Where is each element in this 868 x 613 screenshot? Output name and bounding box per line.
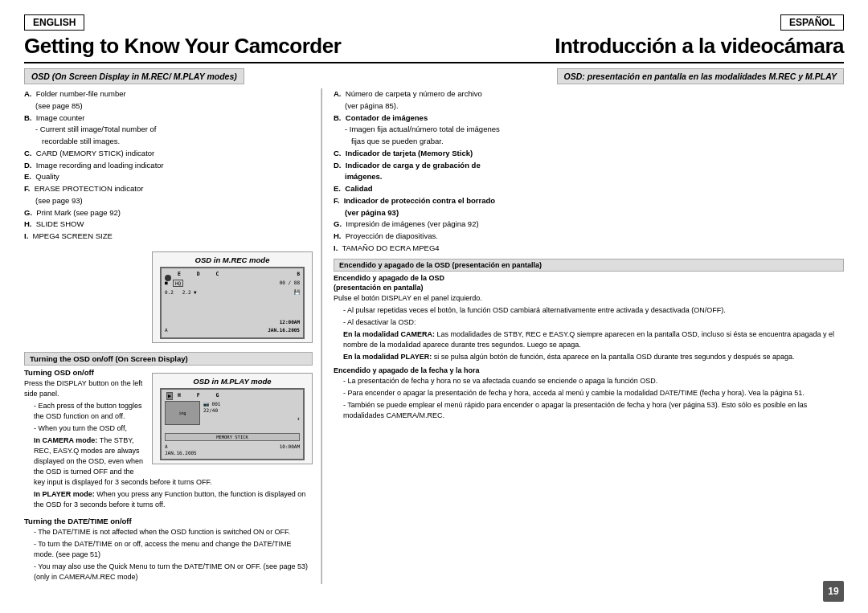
main-content: A. Folder number-file number (see page 8… — [24, 88, 844, 584]
date-bullet-2: - To turn the DATE/TIME on or off, acces… — [34, 539, 313, 560]
osd-player-label: In PLAYER mode: — [34, 490, 96, 498]
date-bullet-3: - You may also use the Quick Menu to tur… — [34, 562, 313, 582]
mplay-display: H F G ▶ img 📷 001 22/40 ↕ MEMORY STICK A… — [162, 390, 303, 459]
osd-toggle-body-es: Pulse el botón DISPLAY en el panel izqui… — [334, 293, 844, 304]
osd-player-para: In PLAYER mode: When you press any Funct… — [34, 489, 313, 510]
date-es-bullet-3: - También se puede emplear el menú rápid… — [343, 400, 844, 421]
osd-onoff-header-text: Turning the OSD on/off (On Screen Displa… — [30, 354, 188, 363]
osd-player-es: En la modalidad PLAYER: si se pulsa algú… — [343, 352, 844, 362]
date-time-title-es: Encendido y apagado de la fecha y la hor… — [334, 366, 844, 374]
osd-mplay-label: OSD in M.PLAY mode — [158, 377, 307, 386]
osd-toggle-title-es: Encendido y apagado de la OSD — [334, 274, 844, 282]
osd-es-bullet-2: - Al desactivar la OSD: — [343, 317, 844, 328]
col-english: A. Folder number-file number (see page 8… — [24, 88, 321, 584]
osd-mrec-diagram: OSD in M.REC mode E D C B ■ HQ 00 / 88 0… — [152, 251, 313, 343]
osd-camera-es: En la modalidad CAMERA: Las modalidades … — [343, 329, 844, 350]
osd-toggle-header-es-text: Encendido y apagado de la OSD (presentac… — [339, 261, 542, 269]
osd-toggle-subtitle-es: (presentación en pantalla) — [334, 284, 844, 292]
osd-camera-label: In CAMERA mode: — [34, 436, 100, 444]
date-time-title-en: Turning the DATE/TIME on/off — [24, 517, 313, 525]
main-title-es: Introducción a la videocámara — [555, 34, 844, 59]
osd-mplay-screen: H F G ▶ img 📷 001 22/40 ↕ MEMORY STICK A… — [160, 388, 305, 460]
date-bullet-1: - The DATE/TIME is not affected when the… — [34, 527, 313, 537]
osd-es-bullet-1: - Al pulsar repetidas veces el botón, la… — [343, 305, 844, 316]
title-row: Getting to Know Your Camcorder Introducc… — [24, 34, 844, 63]
english-badge: ENGLISH — [24, 14, 84, 31]
osd-mrec-label: OSD in M.REC mode — [158, 255, 307, 264]
osd-header-en: OSD (On Screen Display in M.REC/ M.PLAY … — [24, 68, 244, 84]
osd-header-es: OSD: presentación en pantalla en las mod… — [557, 68, 844, 84]
section-list-en: A. Folder number-file number (see page 8… — [24, 88, 313, 242]
osd-toggle-header-es: Encendido y apagado de la OSD (presentac… — [334, 259, 844, 272]
page-number: 19 — [823, 581, 844, 602]
language-header: ENGLISH ESPAÑOL — [24, 14, 844, 31]
main-title-en: Getting to Know Your Camcorder — [24, 34, 341, 59]
section-list-es: A. Número de carpeta y número de archivo… — [334, 88, 844, 254]
spanish-badge: ESPAÑOL — [780, 14, 844, 31]
osd-mplay-diagram: OSD in M.PLAY mode H F G ▶ img 📷 001 22/… — [152, 373, 313, 464]
osd-onoff-header: Turning the OSD on/off (On Screen Displa… — [24, 352, 313, 366]
date-es-bullet-2: - Para encender o apagar la presentación… — [343, 388, 844, 398]
mrec-display: E D C B ■ HQ 00 / 88 0.2 2.2 ▼ 💾 12:00AM… — [162, 268, 303, 337]
osd-header-row: OSD (On Screen Display in M.REC/ M.PLAY … — [24, 68, 844, 84]
col-spanish: A. Número de carpeta y número de archivo… — [322, 88, 844, 584]
osd-mrec-screen: E D C B ■ HQ 00 / 88 0.2 2.2 ▼ 💾 12:00AM… — [160, 267, 305, 339]
date-es-bullet-1: - La presentación de fecha y hora no se … — [343, 376, 844, 386]
